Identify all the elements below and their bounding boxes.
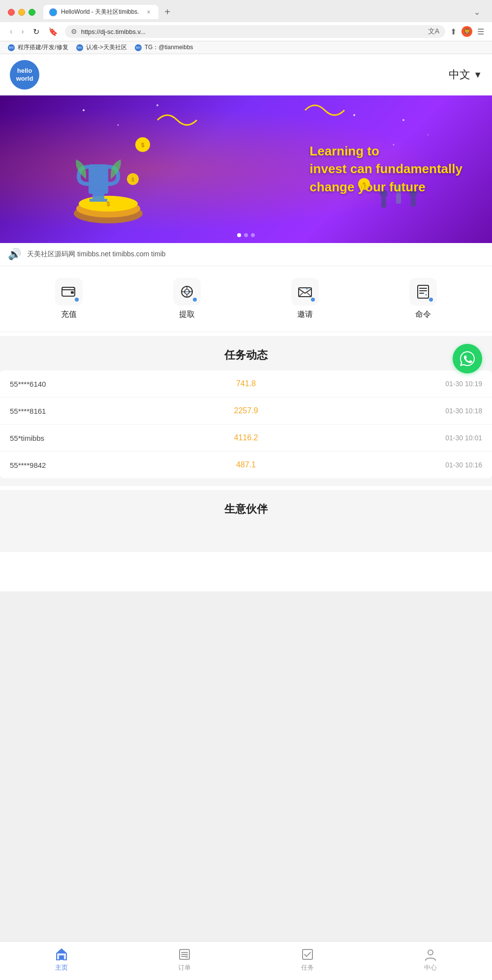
reload-button[interactable]: ↻ — [31, 26, 41, 37]
svg-rect-38 — [60, 956, 63, 960]
svg-point-32 — [188, 291, 190, 293]
task-user-1: 55****6140 — [10, 380, 167, 388]
marquee-bar: 🔊 天美社区源码网 timibbs.net timibbs.com timib — [0, 243, 492, 266]
forward-button[interactable]: › — [19, 26, 26, 37]
task-row-1: 55****6140 741.8 01-30 10:19 — [0, 370, 492, 398]
svg-rect-21 — [381, 198, 386, 208]
bookmark-button[interactable]: 🔖 — [46, 26, 60, 37]
svg-point-0 — [83, 109, 85, 111]
brave-icon: 🦁 — [461, 26, 472, 37]
svg-rect-11 — [89, 164, 108, 194]
maximize-window-button[interactable] — [29, 9, 35, 16]
bookmark-label-3: TG：@tianmeibbs — [145, 43, 193, 52]
banner-text-area: Learning to invest can fundamentally cha… — [309, 142, 462, 196]
translate-icon: 文A — [428, 27, 439, 36]
svg-point-1 — [118, 124, 119, 126]
bookmark-label-1: 程序搭建/开发/修复 — [18, 43, 68, 52]
quick-actions: 充值 提取 — [0, 266, 492, 332]
logo-line1: hello — [17, 67, 32, 75]
tab-more-button[interactable]: ⌄ — [474, 7, 480, 17]
task-time-2: 01-30 10:18 — [325, 407, 482, 415]
bottom-nav: 主页 订单 任务 中心 — [0, 941, 492, 980]
back-button[interactable]: ‹ — [8, 26, 14, 37]
svg-point-31 — [184, 291, 186, 293]
bookmark-item-1[interactable]: tm 程序搭建/开发/修复 — [8, 43, 68, 52]
action-recharge[interactable]: 充值 — [55, 278, 83, 320]
partner-section: 生意伙伴 — [0, 490, 492, 552]
user-icon — [424, 948, 437, 961]
nav-tasks[interactable]: 任务 — [246, 946, 369, 974]
banner-dot-2[interactable] — [244, 233, 248, 237]
lang-dropdown-icon: ▼ — [473, 70, 482, 80]
recharge-label: 充值 — [61, 309, 77, 320]
task-time-3: 01-30 10:01 — [325, 434, 482, 442]
tasks-icon — [301, 948, 314, 961]
partner-content-placeholder — [10, 524, 482, 544]
lang-label: 中文 — [449, 67, 470, 82]
site-info-icon: ⚙ — [71, 28, 77, 35]
svg-rect-40 — [185, 955, 188, 958]
action-withdraw[interactable]: 提取 — [173, 278, 201, 320]
command-icon-wrapper — [409, 278, 437, 306]
whatsapp-icon — [459, 350, 476, 367]
menu-button[interactable]: ☰ — [477, 27, 484, 36]
nav-orders[interactable]: 订单 — [123, 946, 246, 974]
task-section: 任务动态 55****6140 741.8 01-30 10:19 55****… — [0, 336, 492, 486]
active-tab[interactable]: 🌐 HelloWorld - 天美社区timibbs. ✕ — [43, 5, 158, 19]
banner-dot-3[interactable] — [251, 233, 255, 237]
task-list: 55****6140 741.8 01-30 10:19 55****8161 … — [0, 370, 492, 478]
nav-home[interactable]: 主页 — [0, 946, 123, 974]
address-field[interactable]: ⚙ https://dj-sc.timibbs.v... 文A — [65, 25, 445, 38]
svg-rect-25 — [411, 198, 416, 207]
bookmarks-bar: tm 程序搭建/开发/修复 tm 认准->天美社区 tm TG：@tianmei… — [0, 41, 492, 54]
task-amount-3: 4116.2 — [167, 433, 325, 442]
nav-center[interactable]: 中心 — [369, 946, 492, 974]
task-row-4: 55****9842 487.1 01-30 10:16 — [0, 452, 492, 478]
svg-text:$: $ — [107, 201, 110, 208]
share-button[interactable]: ⬆ — [450, 27, 457, 36]
title-bar: 🌐 HelloWorld - 天美社区timibbs. ✕ + ⌄ — [0, 0, 492, 22]
task-section-title: 任务动态 — [224, 348, 268, 363]
svg-rect-13 — [90, 199, 107, 202]
nav-orders-label: 订单 — [178, 963, 191, 972]
task-header: 任务动态 — [0, 344, 492, 370]
svg-point-42 — [428, 950, 433, 955]
bookmark-label-2: 认准->天美社区 — [86, 43, 127, 52]
new-tab-button[interactable]: + — [160, 6, 174, 18]
language-selector[interactable]: 中文 ▼ — [449, 67, 482, 82]
tab-close-button[interactable]: ✕ — [145, 8, 153, 16]
address-actions: ⬆ 🦁 ☰ — [450, 26, 484, 37]
banner-line3: change your future — [309, 178, 462, 196]
withdraw-icon-wrapper — [173, 278, 201, 306]
svg-point-3 — [353, 114, 355, 116]
svg-text:$: $ — [141, 142, 145, 149]
svg-point-33 — [186, 291, 188, 293]
task-user-2: 55****8161 — [10, 407, 167, 415]
bottom-nav-spacer — [0, 552, 492, 591]
command-dot — [429, 298, 433, 302]
withdraw-label: 提取 — [179, 309, 195, 320]
svg-rect-27 — [71, 291, 74, 294]
whatsapp-button[interactable] — [453, 344, 482, 373]
mail-icon — [297, 284, 313, 300]
bookmark-item-3[interactable]: tm TG：@tianmeibbs — [135, 43, 193, 52]
home-icon — [55, 948, 68, 961]
partner-section-title: 生意伙伴 — [10, 502, 482, 517]
banner-dot-1[interactable] — [237, 233, 241, 237]
minimize-window-button[interactable] — [18, 9, 25, 16]
tab-title: HelloWorld - 天美社区timibbs. — [61, 8, 139, 16]
traffic-lights — [8, 9, 35, 16]
task-row-2: 55****8161 2257.9 01-30 10:18 — [0, 398, 492, 425]
banner: $ $ $ $ — [0, 95, 492, 243]
bookmark-item-2[interactable]: tm 认准->天美社区 — [76, 43, 127, 52]
action-command[interactable]: 命令 — [409, 278, 437, 320]
banner-line2: invest can fundamentally — [309, 160, 462, 178]
page-content: hello world 中文 ▼ $ — [0, 54, 492, 591]
url-text: https://dj-sc.timibbs.v... — [81, 28, 424, 35]
task-row-3: 55*timibbs 4116.2 01-30 10:01 — [0, 425, 492, 452]
action-invite[interactable]: 邀请 — [291, 278, 319, 320]
close-window-button[interactable] — [8, 9, 15, 16]
diamond-icon — [179, 284, 195, 300]
svg-point-35 — [307, 288, 308, 290]
logo[interactable]: hello world — [10, 60, 39, 90]
